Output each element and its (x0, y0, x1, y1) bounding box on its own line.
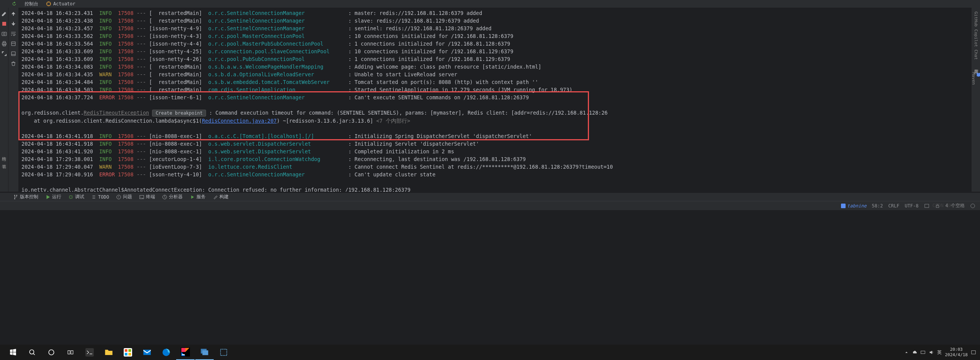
down-arrow-icon[interactable] (10, 21, 16, 27)
folder-icon (105, 348, 113, 357)
trash-icon[interactable] (10, 61, 16, 67)
left-toolwindow-bar (0, 8, 8, 192)
tray-chevron-icon[interactable] (904, 350, 909, 355)
watermark: CSDN @XL's妃 (933, 202, 965, 209)
clock[interactable]: 20:032024/4/18 (945, 347, 968, 358)
bug-icon (68, 194, 74, 200)
volume-icon[interactable] (929, 350, 934, 355)
svg-rect-32 (972, 351, 976, 354)
svg-point-7 (14, 195, 15, 196)
warning-icon (116, 194, 121, 200)
svg-point-19 (49, 350, 54, 355)
app-vmware[interactable] (195, 345, 214, 360)
run-tab[interactable]: 运行 (43, 194, 64, 200)
log-line: 2024-04-18 16:43:34.435 WARN 17508 --- [… (21, 71, 977, 78)
hammer-icon (213, 194, 218, 200)
console-tab[interactable]: 控制台 (25, 1, 38, 7)
exception-class-link[interactable]: RedisTimeoutException (84, 110, 149, 116)
right-toolwindow-bar: GitHub Copilot Chat 数据库 Maven (972, 8, 980, 192)
terminal-tab[interactable]: 终端 (137, 194, 157, 200)
svg-point-17 (971, 204, 975, 208)
log-line: 2024-04-18 17:29:40.047 WARN 17508 --- [… (21, 163, 977, 171)
svg-point-9 (16, 195, 17, 196)
stack-frame: at org.redisson.client.RedisConnection.l… (21, 117, 977, 125)
camera-icon[interactable] (1, 31, 7, 37)
log-line: 2024-04-18 16:43:41.920 INFO 17508 --- [… (21, 148, 977, 155)
log-line: 2024-04-18 16:43:33.609 INFO 17508 --- [… (21, 55, 977, 63)
log-line: 2024-04-18 16:43:23.438 INFO 17508 --- [… (21, 17, 977, 25)
fold-hint[interactable]: <7 个内部行> (376, 118, 411, 124)
svg-point-18 (29, 350, 34, 354)
log-line: 2024-04-18 17:29:38.001 INFO 17508 --- [… (21, 155, 977, 163)
stop-icon[interactable] (1, 21, 7, 27)
left-vertical-tabs: 结构 书签 (1, 153, 7, 161)
smiley-icon[interactable] (970, 203, 975, 209)
build-tab[interactable]: 构建 (210, 194, 231, 200)
svg-point-8 (14, 198, 15, 199)
terminal-app-icon (85, 348, 94, 357)
svg-rect-22 (85, 348, 94, 357)
log-line: 2024-04-18 17:29:40.916 ERROR 17508 --- … (21, 171, 977, 178)
vmware-icon (200, 348, 209, 356)
actuator-icon (46, 1, 51, 7)
scroll-end-icon[interactable] (10, 51, 16, 57)
vcs-tab[interactable]: 版本控制 (11, 194, 41, 200)
ime-indicator[interactable]: 英 (937, 349, 942, 356)
line-separator[interactable]: CRLF (888, 203, 900, 209)
snip-icon (219, 348, 228, 357)
services-tab[interactable]: 服务 (187, 194, 208, 200)
branch-icon (13, 194, 18, 200)
app-mail[interactable] (138, 345, 156, 360)
log-line: 2024-04-18 16:43:34.484 INFO 17508 --- [… (21, 78, 977, 86)
search-button[interactable] (23, 345, 41, 360)
app-snipping[interactable] (214, 345, 233, 360)
create-breakpoint-button[interactable]: Create breakpoint (152, 110, 206, 117)
source-link[interactable]: RedisConnection.java:207 (202, 118, 276, 124)
log-line: 2024-04-18 16:43:23.431 INFO 17508 --- [… (21, 9, 977, 17)
app-terminal[interactable] (80, 345, 99, 360)
start-button[interactable] (4, 345, 22, 360)
rerun-button[interactable] (11, 1, 17, 7)
svg-rect-1 (2, 22, 6, 26)
bottom-tool-tabs: 版本控制 运行 调试 TODO 问题 终端 分析器 服务 构建 (0, 192, 980, 201)
app-store[interactable] (119, 345, 137, 360)
profiler-tab[interactable]: 分析器 (160, 194, 185, 200)
app-explorer[interactable] (100, 345, 118, 360)
log-line: 2024-04-18 16:43:33.609 INFO 17508 --- [… (21, 48, 977, 55)
app-edge[interactable] (157, 345, 175, 360)
notification-icon[interactable] (971, 350, 976, 355)
wrap-icon[interactable] (10, 31, 16, 37)
onedrive-icon[interactable] (912, 350, 917, 355)
tabnine-widget[interactable]: tabnine (841, 203, 867, 209)
up-arrow-icon[interactable] (10, 11, 16, 17)
exception-line: org.redisson.client.RedisTimeoutExceptio… (21, 109, 977, 117)
console-output[interactable]: 2024-04-18 16:43:23.431 INFO 17508 --- [… (18, 8, 980, 192)
caret-position[interactable]: 58:2 (872, 203, 883, 209)
svg-rect-29 (203, 350, 208, 355)
run-gutter (8, 8, 18, 192)
list-icon (91, 194, 97, 200)
cortana-button[interactable] (42, 345, 61, 360)
debug-tab[interactable]: 调试 (66, 194, 87, 200)
actuator-tab[interactable]: Actuator (46, 1, 75, 7)
services-icon (190, 194, 195, 200)
edge-icon (162, 348, 170, 357)
app-intellij[interactable] (176, 345, 195, 360)
todo-tab[interactable]: TODO (89, 194, 111, 200)
copilot-tab[interactable]: GitHub Copilot Chat (973, 12, 978, 60)
print-icon[interactable] (1, 41, 7, 47)
profiler-icon (162, 194, 167, 200)
svg-rect-21 (71, 351, 73, 354)
taskview-button[interactable] (61, 345, 80, 360)
network-icon[interactable] (920, 350, 926, 355)
problems-tab[interactable]: 问题 (114, 194, 134, 200)
expand-icon[interactable] (1, 51, 7, 57)
reader-mode-icon[interactable] (924, 203, 929, 209)
log-line: 2024-04-18 16:43:33.562 INFO 17508 --- [… (21, 32, 977, 40)
scroll-icon[interactable] (10, 41, 16, 47)
pen-icon[interactable] (1, 11, 7, 17)
tool-window-tabs: 控制台 Actuator (0, 0, 980, 8)
maven-tab[interactable]: Maven (971, 72, 980, 85)
encoding[interactable]: UTF-8 (905, 203, 918, 209)
store-icon (124, 348, 132, 357)
